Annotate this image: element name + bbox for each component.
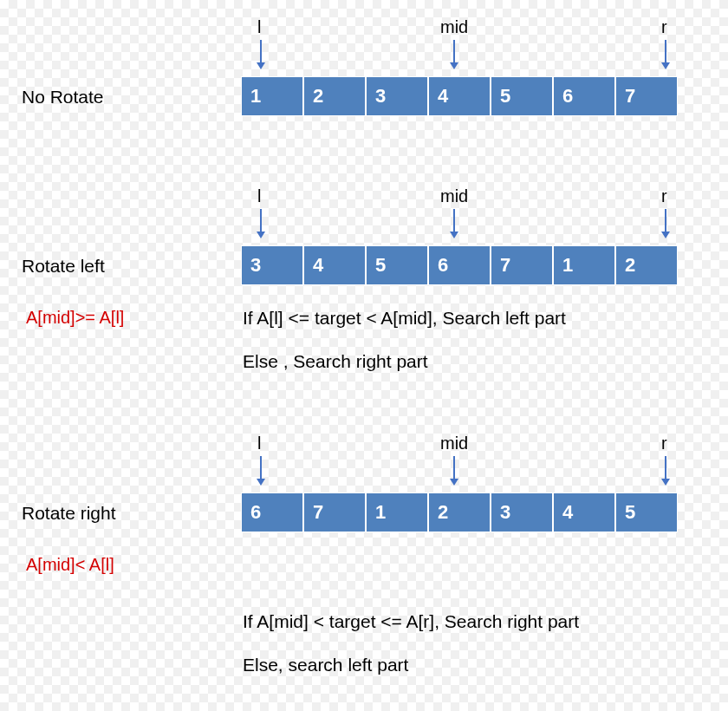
cell: 7 [303, 492, 366, 532]
section-title: Rotate right [22, 503, 116, 524]
ptr-r-label: r [661, 186, 667, 206]
condition-label: A[mid]>= A[l] [26, 308, 124, 328]
cell: 3 [241, 245, 303, 285]
cell: 7 [615, 76, 678, 116]
arrow-mid [453, 456, 455, 480]
rule-line-1: If A[l] <= target < A[mid], Search left … [243, 308, 566, 329]
arrow-mid [453, 40, 455, 64]
ptr-l-label: l [257, 186, 261, 206]
cell: 6 [241, 492, 303, 532]
rule-line-1: If A[mid] < target <= A[r], Search right… [243, 611, 579, 632]
ptr-mid-label: mid [440, 186, 468, 206]
condition-label: A[mid]< A[l] [26, 555, 114, 575]
arrow-l [260, 456, 262, 480]
cell: 4 [303, 245, 366, 285]
array-row-1: 1 2 3 4 5 6 7 [241, 76, 678, 116]
cell: 5 [366, 245, 428, 285]
cell: 5 [615, 492, 678, 532]
cell: 5 [491, 76, 553, 116]
arrow-l [260, 209, 262, 233]
cell: 4 [553, 492, 615, 532]
cell: 1 [366, 492, 428, 532]
cell: 1 [241, 76, 303, 116]
arrow-l [260, 40, 262, 64]
section-title: Rotate left [22, 256, 105, 277]
ptr-l-label: l [257, 434, 261, 453]
arrow-r [665, 456, 666, 480]
ptr-l-label: l [257, 17, 261, 37]
arrow-mid [453, 209, 455, 233]
ptr-mid-label: mid [440, 17, 468, 37]
cell: 3 [366, 76, 428, 116]
arrow-r [665, 209, 666, 233]
ptr-mid-label: mid [440, 434, 468, 453]
cell: 1 [553, 245, 615, 285]
ptr-r-label: r [661, 434, 667, 453]
array-row-2: 3 4 5 6 7 1 2 [241, 245, 678, 285]
cell: 6 [553, 76, 615, 116]
cell: 2 [615, 245, 678, 285]
cell: 7 [491, 245, 553, 285]
section-title: No Rotate [22, 87, 104, 108]
ptr-r-label: r [661, 17, 667, 37]
rule-line-2: Else, search left part [243, 655, 408, 675]
cell: 3 [491, 492, 553, 532]
rule-line-2: Else , Search right part [243, 351, 428, 372]
array-row-3: 6 7 1 2 3 4 5 [241, 492, 678, 532]
cell: 4 [428, 76, 491, 116]
cell: 6 [428, 245, 491, 285]
arrow-r [665, 40, 666, 64]
cell: 2 [428, 492, 491, 532]
cell: 2 [303, 76, 366, 116]
